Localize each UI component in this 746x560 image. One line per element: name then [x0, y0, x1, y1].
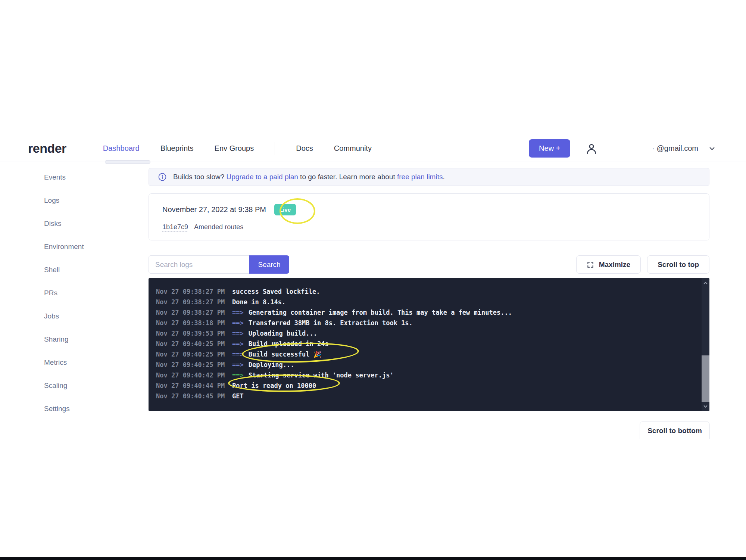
log-timestamp: Nov 27 09:38:27 PM	[156, 307, 232, 318]
scroll-to-bottom-wrap: Scroll to bottom	[640, 421, 710, 439]
page: render Dashboard Blueprints Env Groups D…	[0, 0, 746, 560]
commit-hash[interactable]: 1b1e7c9	[162, 223, 188, 232]
sidebar-item-environment[interactable]: Environment	[0, 235, 149, 258]
log-line: Nov 27 09:40:42 PM==>Starting service wi…	[156, 370, 695, 380]
log-terminal[interactable]: Nov 27 09:38:27 PMsuccess Saved lockfile…	[149, 278, 709, 411]
scrollbar-up-icon[interactable]	[702, 279, 709, 287]
log-arrow: ==>	[232, 319, 244, 327]
deploy-date-row: November 27, 2022 at 9:38 PM Live	[162, 204, 709, 215]
log-timestamp: Nov 27 09:40:25 PM	[156, 339, 232, 349]
log-toolbar: Search Maximize Scroll to top	[149, 255, 709, 274]
chevron-down-icon[interactable]	[708, 144, 716, 153]
maximize-icon	[587, 261, 594, 268]
free-plan-limits-link[interactable]: free plan limits	[397, 173, 443, 181]
banner-text: Builds too slow? Upgrade to a paid plan …	[173, 173, 445, 181]
banner-prefix: Builds too slow?	[173, 173, 227, 181]
scroll-to-top-button[interactable]: Scroll to top	[647, 255, 709, 274]
log-timestamp: Nov 27 09:40:25 PM	[156, 360, 232, 370]
log-line: Nov 27 09:40:25 PM==>Build uploaded in 2…	[156, 339, 695, 349]
nav-divider	[275, 142, 275, 155]
log-line: Nov 27 09:40:45 PMGET	[156, 391, 695, 401]
log-message: Generating container image from build. T…	[249, 309, 512, 316]
log-message: Port is ready on 10000	[232, 382, 316, 389]
nav-tab-community[interactable]: Community	[334, 144, 372, 153]
sidebar-item-sharing[interactable]: Sharing	[0, 328, 149, 351]
log-message: Transferred 38MB in 8s. Extraction took …	[249, 319, 413, 327]
live-status-badge: Live	[274, 204, 296, 215]
log-arrow: ==>	[232, 371, 244, 379]
user-avatar-icon[interactable]	[584, 141, 599, 156]
maximize-label: Maximize	[599, 261, 630, 269]
log-line: Nov 27 09:40:25 PM==>Deploying...	[156, 360, 695, 370]
sidebar-item-events[interactable]: Events	[0, 166, 149, 189]
sidebar-item-logs[interactable]: Logs	[0, 189, 149, 212]
main-content: Builds too slow? Upgrade to a paid plan …	[149, 162, 709, 498]
account-email: · @gmail.com	[652, 144, 698, 153]
log-message: Deploying...	[249, 361, 294, 368]
log-message: Uploading build...	[249, 330, 317, 337]
maximize-button[interactable]: Maximize	[576, 255, 641, 274]
scrollbar-down-icon[interactable]	[702, 402, 709, 410]
log-message: Starting service with 'node server.js'	[249, 371, 394, 379]
search-logs-input[interactable]	[149, 255, 249, 274]
sidebar-item-metrics[interactable]: Metrics	[0, 351, 149, 374]
log-arrow: ==>	[232, 309, 244, 316]
log-timestamp: Nov 27 09:38:27 PM	[156, 286, 232, 297]
log-arrow: ==>	[232, 340, 244, 348]
service-sidebar: Events Logs Disks Environment Shell PRs …	[0, 164, 149, 420]
upgrade-banner: Builds too slow? Upgrade to a paid plan …	[149, 168, 709, 186]
log-timestamp: Nov 27 09:40:42 PM	[156, 370, 232, 380]
log-message: Done in 8.14s.	[232, 298, 285, 306]
commit-row: 1b1e7c9 Amended routes	[162, 223, 709, 232]
log-line-build-successful: Nov 27 09:40:25 PM==>Build successful 🎉	[156, 349, 695, 360]
scrollbar-thumb[interactable]	[702, 355, 709, 402]
log-message: success Saved lockfile.	[232, 288, 320, 295]
top-navbar: render Dashboard Blueprints Env Groups D…	[0, 135, 746, 162]
log-message: GET	[232, 392, 244, 400]
nav-tab-dashboard[interactable]: Dashboard	[103, 144, 140, 153]
log-line-port-ready: Nov 27 09:40:44 PMPort is ready on 10000	[156, 380, 695, 391]
deploy-date: November 27, 2022 at 9:38 PM	[162, 205, 266, 214]
nav-right: New + · @gmail.com	[529, 139, 716, 158]
search-button[interactable]: Search	[249, 255, 289, 274]
log-line: Nov 27 09:38:27 PM==>Generating containe…	[156, 307, 695, 318]
screenshot-bottom-edge	[0, 557, 746, 560]
banner-middle: to go faster. Learn more about	[298, 173, 397, 181]
log-toolbar-right: Maximize Scroll to top	[576, 255, 709, 274]
sidebar-item-shell[interactable]: Shell	[0, 258, 149, 281]
log-message: Build successful 🎉	[249, 351, 321, 358]
terminal-scrollbar[interactable]	[702, 278, 709, 411]
log-timestamp: Nov 27 09:40:25 PM	[156, 349, 232, 360]
banner-suffix: .	[443, 173, 444, 181]
new-button[interactable]: New +	[529, 139, 570, 158]
commit-message: Amended routes	[194, 223, 243, 232]
deploy-card: November 27, 2022 at 9:38 PM Live 1b1e7c…	[149, 193, 709, 240]
nav-tab-env-groups[interactable]: Env Groups	[215, 144, 254, 153]
log-line: Nov 27 09:38:27 PMsuccess Saved lockfile…	[156, 286, 695, 297]
upgrade-plan-link[interactable]: Upgrade to a paid plan	[227, 173, 298, 181]
log-line: Nov 27 09:38:27 PMDone in 8.14s.	[156, 297, 695, 307]
nav-tab-blueprints[interactable]: Blueprints	[160, 144, 194, 153]
log-timestamp: Nov 27 09:38:18 PM	[156, 318, 232, 328]
render-logo[interactable]: render	[28, 141, 66, 156]
account-menu[interactable]: · @gmail.com	[652, 144, 716, 153]
log-timestamp: Nov 27 09:39:53 PM	[156, 328, 232, 339]
log-timestamp: Nov 27 09:40:45 PM	[156, 391, 232, 401]
nav-tab-docs[interactable]: Docs	[296, 144, 313, 153]
sidebar-item-prs[interactable]: PRs	[0, 281, 149, 305]
log-line: Nov 27 09:38:18 PM==>Transferred 38MB in…	[156, 318, 695, 328]
log-message: Build uploaded in 24s	[249, 340, 329, 348]
sidebar-item-disks[interactable]: Disks	[0, 212, 149, 235]
log-timestamp: Nov 27 09:38:27 PM	[156, 297, 232, 307]
log-arrow: ==>	[232, 361, 244, 368]
nav-links: Dashboard Blueprints Env Groups Docs Com…	[103, 142, 372, 155]
log-arrow: ==>	[232, 330, 244, 337]
scroll-to-bottom-button[interactable]: Scroll to bottom	[640, 421, 710, 439]
log-arrow: ==>	[232, 351, 244, 358]
sidebar-item-jobs[interactable]: Jobs	[0, 305, 149, 328]
log-timestamp: Nov 27 09:40:44 PM	[156, 380, 232, 391]
sidebar-item-scaling[interactable]: Scaling	[0, 374, 149, 397]
info-icon	[158, 172, 167, 181]
sidebar-item-settings[interactable]: Settings	[0, 397, 149, 420]
log-line: Nov 27 09:39:53 PM==>Uploading build...	[156, 328, 695, 339]
